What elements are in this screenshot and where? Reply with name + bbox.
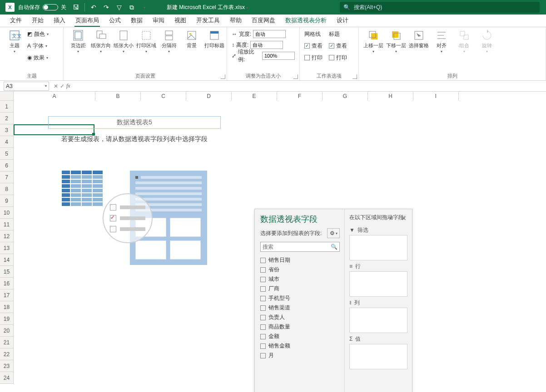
tab-data[interactable]: 数据 bbox=[126, 15, 147, 26]
field-search-input[interactable] bbox=[263, 244, 331, 250]
field-item[interactable]: 金额 bbox=[260, 332, 340, 341]
align-button[interactable]: 对齐▾ bbox=[432, 29, 452, 54]
cancel-icon[interactable]: ✕ bbox=[54, 83, 58, 89]
col-header[interactable]: A bbox=[14, 92, 95, 101]
row-header[interactable]: 20 bbox=[0, 325, 13, 337]
row-header[interactable]: 15 bbox=[0, 266, 13, 278]
colors-button[interactable]: ◩颜色▾ bbox=[27, 29, 49, 39]
field-item[interactable]: 负责人 bbox=[260, 313, 340, 322]
select-all-corner[interactable] bbox=[0, 92, 14, 101]
row-header[interactable]: 4 bbox=[0, 136, 13, 148]
tab-analyze[interactable]: 数据透视表分析 bbox=[281, 15, 331, 26]
field-item[interactable]: 城市 bbox=[260, 274, 340, 284]
pivot-field-pane[interactable]: ▾ ✕ 数据透视表字段 选择要添加到报表的字段: ⚙▾ 🔍 销售日期省份城市厂商… bbox=[254, 209, 412, 392]
scale-launcher[interactable] bbox=[293, 74, 298, 79]
rotate-button[interactable]: 旋转▾ bbox=[477, 29, 497, 54]
row-header[interactable]: 21 bbox=[0, 337, 13, 348]
filter-icon[interactable]: ▽ bbox=[115, 3, 123, 11]
headings-print[interactable]: 打印 bbox=[329, 53, 347, 63]
col-header[interactable]: G bbox=[323, 92, 368, 101]
zone-values[interactable] bbox=[349, 344, 407, 369]
tab-developer[interactable]: 开发工具 bbox=[192, 15, 224, 26]
col-header[interactable]: B bbox=[95, 92, 141, 101]
backward-button[interactable]: 下移一层▾ bbox=[386, 29, 406, 54]
row-header[interactable]: 11 bbox=[0, 219, 13, 230]
scale-input[interactable] bbox=[262, 52, 295, 60]
row-header[interactable]: 8 bbox=[0, 183, 13, 195]
tab-formulas[interactable]: 公式 bbox=[104, 15, 125, 26]
col-header[interactable]: C bbox=[141, 92, 186, 101]
search-box[interactable]: 🔍 搜索(Alt+Q) bbox=[340, 2, 540, 13]
forward-button[interactable]: 上移一层▾ bbox=[363, 29, 383, 54]
field-item[interactable]: 手机型号 bbox=[260, 294, 340, 303]
gridlines-view[interactable]: 查看 bbox=[304, 41, 323, 51]
fx-icon[interactable]: fx bbox=[66, 83, 70, 89]
tab-file[interactable]: 文件 bbox=[5, 15, 26, 26]
undo-icon[interactable]: ↶ bbox=[89, 3, 98, 11]
col-header[interactable]: F bbox=[277, 92, 323, 101]
breaks-button[interactable]: 分隔符▾ bbox=[159, 29, 179, 54]
col-header[interactable]: I bbox=[413, 92, 459, 101]
tab-pagelayout[interactable]: 页面布局 bbox=[71, 15, 104, 26]
row-header[interactable]: 3 bbox=[0, 124, 13, 136]
row-header[interactable]: 19 bbox=[0, 313, 13, 325]
tab-help[interactable]: 帮助 bbox=[225, 15, 246, 26]
tab-home[interactable]: 开始 bbox=[27, 15, 48, 26]
row-header[interactable]: 18 bbox=[0, 301, 13, 313]
row-header[interactable]: 22 bbox=[0, 348, 13, 360]
row-header[interactable]: 1 bbox=[0, 101, 13, 113]
qat-more-icon[interactable]: ▾ bbox=[140, 3, 149, 11]
field-item[interactable]: 销售金额 bbox=[260, 341, 340, 351]
save-icon[interactable]: 🖫 bbox=[72, 3, 80, 11]
width-row[interactable]: ↔宽度: bbox=[232, 29, 295, 39]
field-item[interactable]: 厂商 bbox=[260, 284, 340, 294]
row-header[interactable]: 16 bbox=[0, 278, 13, 289]
tab-design[interactable]: 设计 bbox=[332, 15, 353, 26]
pagesetup-launcher[interactable] bbox=[221, 74, 225, 79]
row-header[interactable]: 14 bbox=[0, 254, 13, 266]
zone-filter[interactable] bbox=[349, 235, 407, 260]
selpane-button[interactable]: 选择窗格 bbox=[409, 29, 429, 49]
name-box[interactable]: A3▾ bbox=[4, 82, 49, 91]
row-header[interactable]: 9 bbox=[0, 195, 13, 207]
confirm-icon[interactable]: ✓ bbox=[60, 83, 65, 89]
field-item[interactable]: 商品数量 bbox=[260, 322, 340, 332]
scale-row[interactable]: ⤢缩放比例: bbox=[232, 51, 295, 61]
tab-baidu[interactable]: 百度网盘 bbox=[247, 15, 280, 26]
redo-icon[interactable]: ↷ bbox=[102, 3, 110, 11]
background-button[interactable]: 背景 bbox=[182, 29, 202, 49]
sheetopts-launcher[interactable] bbox=[352, 74, 357, 79]
pane-options-icon[interactable]: ▾ bbox=[390, 216, 392, 220]
headings-view[interactable]: 查看 bbox=[329, 41, 347, 51]
tab-insert[interactable]: 插入 bbox=[49, 15, 70, 26]
col-header[interactable]: E bbox=[232, 92, 277, 101]
row-header[interactable]: 7 bbox=[0, 172, 13, 183]
themes-button[interactable]: 文文 主题 ▾ bbox=[5, 29, 25, 54]
printtitles-button[interactable]: 打印标题 bbox=[204, 29, 224, 49]
row-header[interactable]: 10 bbox=[0, 207, 13, 219]
autosave-toggle[interactable]: 自动保存 关 bbox=[18, 4, 66, 11]
tab-view[interactable]: 视图 bbox=[170, 15, 191, 26]
col-header[interactable]: H bbox=[368, 92, 413, 101]
margins-button[interactable]: 页边距▾ bbox=[68, 29, 88, 54]
effects-button[interactable]: ◉效果▾ bbox=[27, 53, 49, 63]
formula-input[interactable] bbox=[73, 82, 546, 91]
orientation-button[interactable]: 纸张方向▾ bbox=[91, 29, 111, 54]
camera-icon[interactable]: ⧉ bbox=[128, 3, 136, 11]
printarea-button[interactable]: 打印区域▾ bbox=[136, 29, 156, 54]
row-header[interactable]: 5 bbox=[0, 148, 13, 160]
size-button[interactable]: 纸张大小▾ bbox=[114, 29, 134, 54]
field-item[interactable]: 销售渠道 bbox=[260, 303, 340, 313]
row-header[interactable]: 2 bbox=[0, 113, 13, 124]
row-header[interactable]: 24 bbox=[0, 372, 13, 384]
group-button[interactable]: 组合▾ bbox=[454, 29, 474, 54]
row-header[interactable]: 12 bbox=[0, 230, 13, 242]
width-input[interactable] bbox=[253, 30, 286, 38]
gear-button[interactable]: ⚙▾ bbox=[327, 228, 340, 238]
row-header[interactable]: 23 bbox=[0, 360, 13, 372]
close-icon[interactable]: ✕ bbox=[401, 215, 407, 222]
tab-review[interactable]: 审阅 bbox=[148, 15, 169, 26]
row-header[interactable]: 6 bbox=[0, 160, 13, 172]
row-header[interactable]: 13 bbox=[0, 242, 13, 254]
zone-rows[interactable] bbox=[349, 271, 407, 297]
